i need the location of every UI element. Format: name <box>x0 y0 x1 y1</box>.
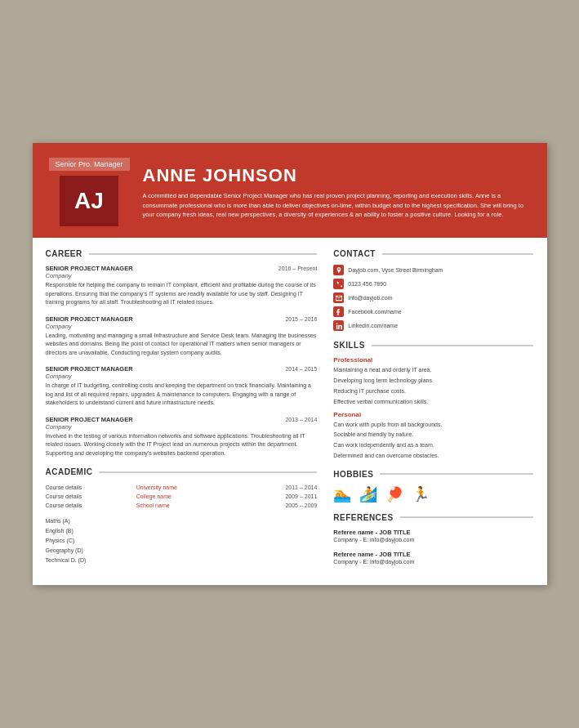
personal-skill-item: Can work independently and as a team. <box>333 441 533 449</box>
academic-table: Course details University name 2011 – 20… <box>46 483 318 510</box>
academic-subject: Physics (C) <box>46 536 318 546</box>
hobby-icon: 🏓 <box>385 485 403 503</box>
career-line <box>89 253 318 255</box>
hobbies-section-header: HOBBIES <box>333 470 533 479</box>
career-dates: 2016 – Present <box>278 266 317 271</box>
referee-name: Referee name - JOB TITLE <box>333 551 533 558</box>
career-row: SENIOR PROJECT MANAGER 2015 – 2016 <box>46 315 318 323</box>
career-company: Company <box>46 272 318 279</box>
contact-item: Dayjob.com, Vyse Street Birmingham <box>333 265 533 275</box>
course-label: Course details <box>46 501 136 510</box>
personal-skills: Can work with pupils from all background… <box>333 421 533 460</box>
header-section: Senior Pro. Manager AJ ANNE JOHNSON A co… <box>33 143 547 238</box>
academic-subject: Geography (D) <box>46 546 318 556</box>
career-dates: 2013 – 2014 <box>285 417 317 422</box>
left-column: CAREER SENIOR PROJECT MANAGER 2016 – Pre… <box>46 249 329 573</box>
career-description: Leading, motivating and managing a small… <box>46 332 318 358</box>
references-list: Referee name - JOB TITLE Company - E: in… <box>333 529 533 567</box>
academic-row: Course details University name 2011 – 20… <box>46 483 318 492</box>
reference-entry: Referee name - JOB TITLE Company - E: in… <box>333 551 533 567</box>
academic-line <box>99 471 317 473</box>
resume-page: Senior Pro. Manager AJ ANNE JOHNSON A co… <box>33 143 547 584</box>
contact-text: Linkedin.com/name <box>348 323 398 328</box>
references-line <box>400 516 534 518</box>
career-job-title: SENIOR PROJECT MANAGER <box>46 365 133 373</box>
hobbies-icons: 🏊🏄🏓🏃 <box>333 485 533 503</box>
contact-text: info@dayjob.com <box>348 295 392 301</box>
career-description: Responsible for helping the company to r… <box>46 281 318 307</box>
right-column: CONTACT Dayjob.com, Vyse Street Birmingh… <box>328 249 533 573</box>
academic-subject: English (B) <box>46 526 318 536</box>
career-row: SENIOR PROJECT MANAGER 2016 – Present <box>46 265 318 272</box>
professional-skill-item: Maintaining a neat and orderly IT area. <box>333 366 533 374</box>
reference-entry: Referee name - JOB TITLE Company - E: in… <box>333 529 533 545</box>
career-company: Company <box>46 373 318 380</box>
career-row: SENIOR PROJECT MANAGER 2014 – 2015 <box>46 365 318 373</box>
references-section-header: REFERENCES <box>333 513 533 522</box>
course-label: Course details <box>46 492 136 501</box>
header-left: Senior Pro. Manager AJ <box>49 158 130 226</box>
career-job-title: SENIOR PROJECT MANAGER <box>46 315 133 323</box>
personal-label: Personal <box>333 411 533 418</box>
hobby-icon: 🏊 <box>333 485 351 503</box>
course-dates: 2011 – 2014 <box>238 483 318 492</box>
professional-label: Professional <box>333 356 533 364</box>
personal-skill-item: Can work with pupils from all background… <box>333 421 533 429</box>
skills-title: SKILLS <box>333 341 365 350</box>
course-institution: School name <box>136 501 238 510</box>
referee-detail: Company - E: info@dayjob.com <box>333 536 533 545</box>
contact-item: Facebook.com/name <box>333 306 533 317</box>
academic-row: Course details College name 2009 – 2011 <box>46 492 318 501</box>
professional-skill-item: Developing long term technology plans. <box>333 377 533 385</box>
referee-detail: Company - E: info@dayjob.com <box>333 558 533 567</box>
academic-title: ACADEMIC <box>46 467 93 476</box>
contact-section-header: CONTACT <box>333 249 533 258</box>
course-label: Course details <box>46 483 136 492</box>
references-title: REFERENCES <box>333 513 393 522</box>
job-title-tag: Senior Pro. Manager <box>49 158 130 171</box>
avatar: AJ <box>60 176 118 226</box>
course-institution: University name <box>136 483 238 492</box>
hobby-icon: 🏄 <box>359 485 377 503</box>
career-description: In charge of IT budgeting, controlling c… <box>46 382 318 408</box>
facebook-icon <box>333 306 344 317</box>
academic-row: Course details School name 2005 – 2009 <box>46 501 318 510</box>
contact-line <box>382 253 534 255</box>
professional-skill-item: Effective verbal communication skills. <box>333 398 533 406</box>
career-entry: SENIOR PROJECT MANAGER 2014 – 2015 Compa… <box>46 365 318 408</box>
academic-subject: Maths (A) <box>46 516 318 526</box>
career-entry: SENIOR PROJECT MANAGER 2013 – 2014 Compa… <box>46 416 318 458</box>
academic-subjects: Maths (A)English (B)Physics (C)Geography… <box>46 516 318 565</box>
course-dates: 2005 – 2009 <box>238 501 318 510</box>
contact-item: info@dayjob.com <box>333 293 533 303</box>
personal-skill-item: Sociable and friendly by nature. <box>333 431 533 439</box>
career-job-title: SENIOR PROJECT MANAGER <box>46 416 133 423</box>
course-institution: College name <box>136 492 238 501</box>
career-job-title: SENIOR PROJECT MANAGER <box>46 265 133 272</box>
hobbies-title: HOBBIES <box>333 470 373 479</box>
career-row: SENIOR PROJECT MANAGER 2013 – 2014 <box>46 416 318 423</box>
career-entry: SENIOR PROJECT MANAGER 2015 – 2016 Compa… <box>46 315 318 358</box>
career-dates: 2014 – 2015 <box>285 366 317 372</box>
contact-item: Linkedin.com/name <box>333 320 533 331</box>
contact-text: Dayjob.com, Vyse Street Birmingham <box>348 267 443 273</box>
career-company: Company <box>46 323 318 330</box>
contact-list: Dayjob.com, Vyse Street Birmingham 0123 … <box>333 265 533 331</box>
professional-skill-item: Reducing IT purchase costs. <box>333 387 533 395</box>
candidate-name: ANNE JOHNSON <box>143 165 531 186</box>
academic-section-header: ACADEMIC <box>46 467 318 476</box>
contact-item: 0123 456 7890 <box>333 279 533 289</box>
skills-section-header: SKILLS <box>333 341 533 350</box>
career-company: Company <box>46 423 318 431</box>
header-right: ANNE JOHNSON A committed and dependable … <box>143 165 531 219</box>
academic-subject: Technical D. (D) <box>46 556 318 565</box>
contact-title: CONTACT <box>333 249 376 258</box>
contact-text: 0123 456 7890 <box>348 281 386 287</box>
main-content: CAREER SENIOR PROJECT MANAGER 2016 – Pre… <box>33 238 547 584</box>
location-icon <box>333 265 344 275</box>
contact-text: Facebook.com/name <box>348 309 401 315</box>
career-entry: SENIOR PROJECT MANAGER 2016 – Present Co… <box>46 265 318 307</box>
career-title: CAREER <box>46 249 82 258</box>
course-dates: 2009 – 2011 <box>238 492 318 501</box>
referee-name: Referee name - JOB TITLE <box>333 529 533 536</box>
